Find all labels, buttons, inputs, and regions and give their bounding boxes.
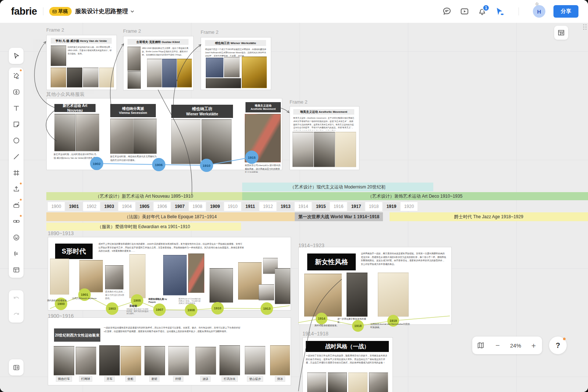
s-year-1903[interactable]: 1903 xyxy=(106,302,118,315)
undo-button[interactable] xyxy=(9,290,24,306)
pen-tool[interactable] xyxy=(9,84,24,100)
emoji-tool[interactable] xyxy=(9,229,24,245)
style-card-header: 维也纳工坊 Wiener Werkstätte xyxy=(171,105,233,118)
select-tool[interactable] xyxy=(9,48,24,64)
year-marker-1906[interactable]: 1906 xyxy=(152,158,165,171)
bar-art-deco[interactable]: （艺术设计）装饰艺术运动 Art Deco 1910~1935 xyxy=(242,192,588,200)
s-caption: 法式日装french daydress xyxy=(72,297,101,300)
text-tool[interactable] xyxy=(9,100,24,116)
bar-art-nouveau[interactable]: （艺术设计）新艺术运动 Art Nouveau 1895~1910 xyxy=(46,192,242,200)
year-cell[interactable]: 1911 xyxy=(242,202,259,211)
share-button[interactable]: 分享 xyxy=(553,5,578,18)
frame-label[interactable]: Frame 2 xyxy=(201,29,218,35)
notification-count-badge: 1 xyxy=(483,4,490,11)
year-cell[interactable]: 1907 xyxy=(171,202,188,211)
year-cell[interactable]: 1906 xyxy=(154,202,171,211)
s-year-1907[interactable]: 1907 xyxy=(153,303,166,316)
zoom-level[interactable]: 24% xyxy=(510,342,521,349)
photo-clock xyxy=(67,68,82,87)
bar-belle-epoque[interactable]: （法国）美好年代 La Belle Epoque 1871~1914 xyxy=(46,212,295,221)
year-cell[interactable]: 1908 xyxy=(189,202,206,211)
comments-button[interactable] xyxy=(442,7,452,16)
year-marker-1902[interactable]: 1902 xyxy=(90,157,103,170)
map-icon xyxy=(477,341,485,349)
line-tool[interactable] xyxy=(9,148,24,165)
range-label: 1914~1918 xyxy=(302,331,328,337)
frame-label[interactable]: Frame 2 xyxy=(123,28,141,34)
nw-year-1914[interactable]: 1914 xyxy=(316,313,327,324)
photo-evening-gown xyxy=(163,255,187,295)
year-cell[interactable]: 1901 xyxy=(65,202,82,211)
bar-jazz-age[interactable]: 爵士时代 The Jazz Age 1918~1929 xyxy=(390,212,588,221)
wartime-header: 战时风格（一战） xyxy=(306,341,389,352)
widgets-tool[interactable] xyxy=(9,197,24,213)
photo-teagown xyxy=(129,254,146,298)
ai-tool[interactable]: AI xyxy=(9,68,24,84)
sport-label: 滑冰 xyxy=(275,376,285,382)
sport-label: 射箭 xyxy=(149,376,159,382)
year-cell[interactable]: 1918 xyxy=(365,202,382,211)
table-tool[interactable] xyxy=(9,262,24,278)
zoom-in-button[interactable]: ＋ xyxy=(529,341,538,350)
year-cell[interactable]: 1915 xyxy=(312,202,329,211)
s-year-1913[interactable]: 1913 xyxy=(261,302,273,315)
bar-ww1[interactable]: 第一次世界大战 World War 1 1914~1918 xyxy=(295,212,383,221)
follow-cursor-button[interactable] xyxy=(495,7,505,16)
draft-badge[interactable]: 草稿 xyxy=(49,7,72,16)
year-cell[interactable]: 1917 xyxy=(348,202,365,211)
notifications-button[interactable]: 1 xyxy=(477,7,487,16)
toolbar-select-group xyxy=(9,48,24,64)
link-tool[interactable] xyxy=(9,213,24,229)
year-cell[interactable]: 1909 xyxy=(207,202,223,211)
bar-edwardian[interactable]: （服装）爱德华时期 Edwardian era 1901~1910 xyxy=(46,223,241,231)
mindmap-tool[interactable] xyxy=(9,245,24,262)
year-cell[interactable]: 1900 xyxy=(48,202,65,211)
photo-driving xyxy=(99,345,120,375)
photo-gold-bracelet xyxy=(206,78,241,88)
year-cell[interactable]: 1916 xyxy=(330,202,347,211)
sticky-note-tool[interactable] xyxy=(9,116,24,132)
s-year-1908[interactable]: 1908 xyxy=(185,304,197,316)
shape-tool[interactable] xyxy=(9,132,24,148)
s-era-header: S形时代 xyxy=(55,244,93,259)
zoom-out-button[interactable]: − xyxy=(493,341,502,350)
video-button[interactable] xyxy=(460,7,469,16)
photo-art-nouveau-dress1 xyxy=(54,114,75,151)
doc-title[interactable]: 服装设计史思路整理 xyxy=(75,8,135,15)
window-drag-handle[interactable] xyxy=(583,24,587,30)
year-marker-1910[interactable]: 1910 xyxy=(200,159,213,172)
avatar[interactable]: ♔ H xyxy=(533,5,545,18)
cursor-icon xyxy=(495,7,505,16)
year-marker-1915[interactable]: 1915 xyxy=(245,151,258,164)
frames-panel-button[interactable] xyxy=(554,26,568,40)
minimap-button[interactable] xyxy=(476,341,485,350)
year-cell[interactable]: 1920 xyxy=(401,202,417,211)
frame-label[interactable]: Frame 2 xyxy=(46,27,64,33)
year-cell[interactable]: 1913 xyxy=(277,202,294,211)
photo-tennis xyxy=(76,347,96,375)
frame-label[interactable]: Frame 2 xyxy=(290,99,307,105)
new-woman-header: 新女性风格 xyxy=(307,253,356,270)
bar-modernism[interactable]: （艺术设计）现代主义运动 Modernism 20世纪初 xyxy=(242,183,433,191)
redo-button[interactable] xyxy=(9,306,24,323)
s-caption: 图为House of Creed推出的经典女士套装，可以看作是后来女士西装的前身… xyxy=(179,298,201,304)
year-cell[interactable]: 1914 xyxy=(295,202,312,211)
sport-label: 打网球 xyxy=(79,376,92,382)
year-cell[interactable]: 1910 xyxy=(224,202,241,211)
s-caption: 简约条纹衬衫裙套装 xyxy=(47,299,71,302)
year-cell[interactable]: 1919 xyxy=(383,202,400,211)
notes-panel-button[interactable] xyxy=(9,359,24,375)
photo-chair xyxy=(51,68,66,87)
year-cell[interactable]: 1902 xyxy=(83,202,100,211)
s-year-1910[interactable]: 1910 xyxy=(211,302,224,314)
year-cell[interactable]: 1912 xyxy=(259,202,276,211)
photo-candelabra xyxy=(83,68,98,87)
year-cell[interactable]: 1905 xyxy=(136,202,153,211)
year-cell[interactable]: 1903 xyxy=(101,202,118,211)
fabrie-logo: fabrie xyxy=(11,6,37,17)
help-button[interactable]: ? xyxy=(549,337,567,354)
upload-tool[interactable] xyxy=(9,181,24,197)
photo-floge-dress xyxy=(147,59,162,87)
year-cell[interactable]: 1904 xyxy=(118,202,135,211)
frame-tool[interactable] xyxy=(9,165,24,181)
